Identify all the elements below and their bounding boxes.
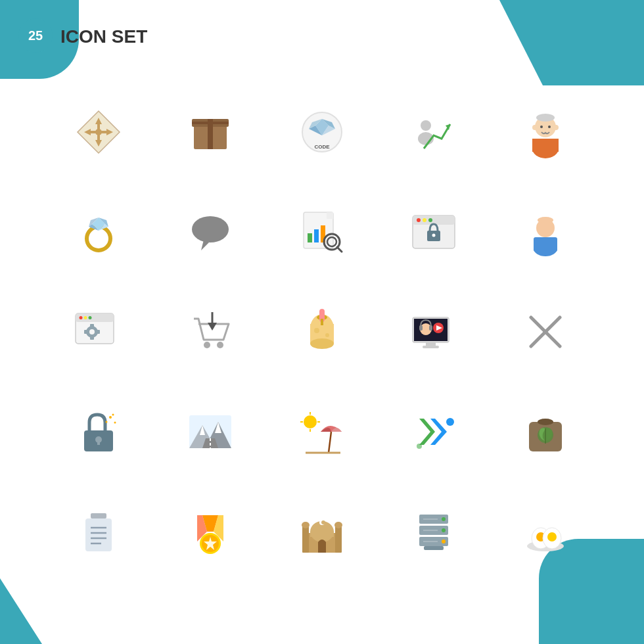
seed-bag-icon: [519, 405, 572, 458]
icon-cell-old-man: [493, 85, 598, 179]
document-icon: [72, 505, 125, 558]
svg-point-47: [417, 218, 421, 222]
icon-cell-ring: [46, 185, 151, 279]
svg-point-94: [114, 422, 116, 424]
icon-cell-medal: [158, 485, 263, 578]
svg-rect-38: [327, 212, 333, 219]
svg-rect-86: [419, 325, 423, 331]
svg-rect-21: [532, 139, 559, 152]
svg-point-146: [442, 528, 446, 532]
icon-cell-ice-cream: [269, 285, 375, 379]
icon-cell-growth: [381, 85, 486, 179]
server-icon: [407, 505, 460, 558]
svg-rect-87: [429, 325, 432, 331]
svg-point-104: [304, 415, 317, 428]
svg-point-25: [553, 125, 559, 130]
svg-rect-40: [314, 229, 319, 242]
svg-point-59: [84, 316, 87, 319]
svg-rect-136: [302, 525, 309, 553]
page-title: ICON SET: [60, 26, 147, 47]
svg-point-73: [310, 338, 334, 349]
svg-rect-122: [85, 518, 112, 551]
svg-point-147: [442, 540, 446, 543]
count-badge: 25: [18, 18, 53, 53]
secure-browser-icon: [407, 206, 460, 258]
web-settings-icon: [72, 306, 125, 358]
svg-point-24: [532, 125, 538, 130]
svg-point-114: [417, 444, 422, 449]
svg-point-145: [442, 517, 446, 521]
svg-point-78: [325, 333, 329, 337]
svg-line-44: [337, 247, 342, 252]
svg-point-62: [89, 329, 95, 334]
svg-point-51: [432, 234, 436, 237]
svg-point-23: [536, 114, 555, 122]
icon-cell-cross: [493, 285, 598, 379]
svg-rect-64: [90, 336, 94, 340]
icon-cell-cart: [158, 285, 263, 379]
svg-point-60: [89, 316, 92, 319]
video-support-icon: [407, 306, 460, 358]
svg-point-48: [423, 218, 426, 222]
icon-cell-document: [46, 485, 151, 578]
icon-cell-secure-browser: [381, 185, 486, 279]
icon-cell-unlock: [46, 385, 151, 478]
svg-point-49: [428, 218, 432, 222]
svg-point-96: [112, 414, 114, 416]
svg-line-109: [329, 432, 331, 453]
icon-cell-person-blue: [493, 185, 598, 279]
svg-rect-82: [423, 346, 439, 348]
svg-point-141: [321, 520, 325, 524]
icon-grid-container: CODE: [33, 72, 611, 591]
unlock-icon: [72, 405, 125, 458]
cross-icon: [519, 306, 572, 358]
svg-rect-63: [90, 324, 94, 327]
svg-rect-81: [426, 342, 436, 346]
icon-cell-mountains: [158, 385, 263, 478]
icon-cell-seed-bag: [493, 385, 598, 478]
icon-cell-data-search: [269, 185, 375, 279]
icon-cell-beach: [269, 385, 375, 478]
svg-point-113: [446, 418, 454, 426]
svg-rect-76: [321, 319, 323, 325]
svg-rect-92: [97, 440, 100, 445]
icon-cell-move-arrows: [46, 85, 151, 179]
icon-cell-web-settings: [46, 285, 151, 379]
svg-point-58: [80, 316, 83, 319]
beach-icon: [296, 405, 348, 458]
diamond-ring-icon: [72, 206, 125, 258]
icon-cell-eggs: [493, 485, 598, 578]
svg-rect-151: [424, 546, 444, 550]
icon-cell-chevrons: [381, 385, 486, 478]
svg-rect-121: [91, 513, 106, 518]
svg-point-95: [106, 421, 108, 423]
svg-point-34: [192, 216, 229, 242]
svg-text:CODE: CODE: [314, 144, 330, 150]
svg-marker-70: [208, 323, 217, 331]
icon-cell-code: CODE: [269, 85, 375, 179]
mosque-icon: [296, 505, 348, 558]
growth-chart-icon: [407, 106, 460, 158]
svg-rect-53: [534, 237, 557, 252]
svg-rect-138: [335, 525, 342, 553]
svg-point-156: [547, 532, 557, 541]
icon-cell-mosque: [269, 485, 375, 578]
svg-point-93: [109, 416, 112, 419]
box-icon: [184, 106, 237, 158]
code-badge-icon: CODE: [296, 106, 348, 158]
ice-cream-icon: [296, 306, 348, 358]
svg-rect-135: [310, 532, 334, 537]
icon-cell-video-support: [381, 285, 486, 379]
icon-grid: CODE: [33, 72, 611, 591]
svg-point-27: [548, 126, 551, 128]
medal-icon: [184, 505, 237, 558]
svg-rect-65: [84, 330, 87, 334]
svg-point-5: [95, 129, 102, 135]
eggs-icon: [519, 505, 572, 558]
icon-cell-chat: [158, 185, 263, 279]
svg-point-139: [334, 522, 342, 528]
svg-point-55: [538, 217, 553, 223]
svg-point-137: [302, 522, 310, 528]
person-blue-icon: [519, 206, 572, 258]
badge-number: 25: [28, 28, 43, 43]
